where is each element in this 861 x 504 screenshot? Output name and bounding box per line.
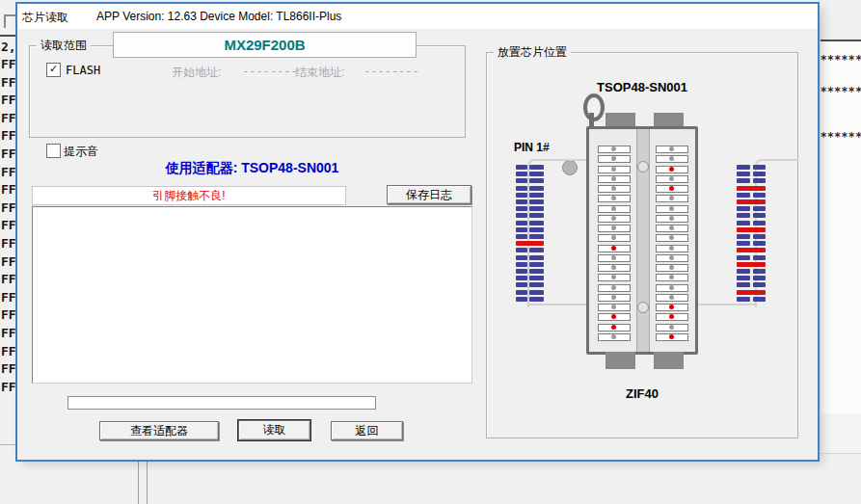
pin-slot-left [598,254,631,262]
header-pin [516,269,527,274]
header-pin [529,227,544,232]
header-pin [516,206,527,211]
pin-slot-left [598,294,631,302]
pin-slot-left [598,234,631,242]
save-log-button[interactable]: 保存日志 [387,185,471,204]
header-pin [753,193,766,198]
pin-contact-dot [669,225,674,230]
header-pin [529,206,544,211]
pin-contact-dot [669,167,674,172]
header-pin [529,255,544,260]
header-pin [516,290,527,295]
header-pin-bad [737,290,766,295]
pin-slot-right [656,155,688,163]
header-pin [529,199,544,204]
pin-contact-dot [611,146,616,151]
flash-checkbox[interactable] [46,63,61,77]
bg-partial-address: 2, [1,40,16,54]
beep-checkbox[interactable] [46,144,61,158]
right-connector-trace-bottom [698,304,755,305]
bg-groupbox-corner-h [4,14,18,16]
pin-slot-left [598,166,631,173]
zif-bottom-tab [605,352,635,369]
end-address-label: 结束地址: [295,65,344,81]
header-pin [753,255,766,260]
dialog-titlebar[interactable]: 芯片读取 APP Version: 12.63 Device Model: TL… [17,4,818,29]
pin-contact-dot [611,196,616,200]
header-pin [737,172,750,176]
read-range-group-title: 读取范围 [37,39,91,52]
pin-contact-dot [669,255,674,260]
log-area[interactable] [32,206,472,384]
header-pin [529,172,544,176]
header-pin [529,178,544,183]
header-pin [737,297,750,302]
header-pin [753,206,766,211]
header-pin [529,213,544,218]
header-pin [529,276,544,280]
pin-contact-dot [611,167,616,172]
pin-contact-dot [611,265,616,270]
end-address-value: -------- [363,65,419,78]
header-pin [737,255,750,260]
pin-slot-right [656,245,688,252]
header-pin [516,186,527,191]
pin-slot-right [656,195,688,202]
chip-read-dialog: 芯片读取 APP Version: 12.63 Device Model: TL… [17,4,818,460]
header-pin [753,178,766,183]
pin-slot-left [598,155,631,163]
start-address-value: -------- [242,65,298,78]
chip-placement-group-title: 放置芯片位置 [494,45,571,59]
header-pin [516,234,527,239]
status-message: 引脚接触不良! [32,186,346,205]
header-pin [737,178,750,183]
header-pin [516,276,527,280]
read-range-group: 读取范围 [29,45,466,138]
header-pin [737,165,750,170]
pin-contact-dot [669,146,674,151]
header-pin-bad [737,199,766,204]
header-pin [529,297,544,302]
pin-slot-right [656,274,688,281]
header-pin [753,276,766,280]
header-pin [753,172,766,176]
pin-slot-right [656,146,688,153]
adapter-name-label: TSOP48-SN001 [487,80,797,94]
flash-checkbox-label: FLASH [66,64,100,77]
pin-contact-dot [669,176,674,181]
pin-contact-dot [669,246,674,251]
pin-slot-right [656,166,688,173]
pin-slot-left [598,185,631,193]
header-pin [737,276,750,280]
pin-slot-left [598,333,631,341]
left-connector-trace-bottom [527,304,586,305]
header-pin [753,282,766,287]
bg-asterisk-row: ******* [821,85,861,98]
view-adapter-button[interactable]: 查看适配器 [99,421,219,440]
pin-contact-dot [611,255,616,260]
pin-contact-dot [611,235,616,240]
pin-slot-right [656,205,688,213]
pin-contact-dot [611,156,616,161]
pin-slot-left [598,146,631,153]
header-pin [753,165,766,170]
header-pin [516,172,527,176]
bg-right-separator [821,40,861,41]
pin-contact-dot [669,156,674,161]
pin-slot-right [656,175,688,183]
zif-lever-icon [583,93,605,121]
bg-asterisk-row: ******* [821,53,861,66]
pin-slot-right [656,333,688,341]
header-pin [753,241,766,246]
pin-contact-dot [669,305,674,309]
read-button[interactable]: 读取 [238,420,310,440]
header-pin-bad [737,186,766,191]
header-pin-bad [737,227,766,232]
pin1-label: PIN 1# [514,141,550,154]
header-pin [737,193,750,198]
back-button[interactable]: 返回 [331,421,403,440]
pin-slot-right [656,234,688,242]
header-pin [516,221,527,225]
bg-groupbox-corner-v [4,14,6,28]
header-pin [737,221,750,225]
